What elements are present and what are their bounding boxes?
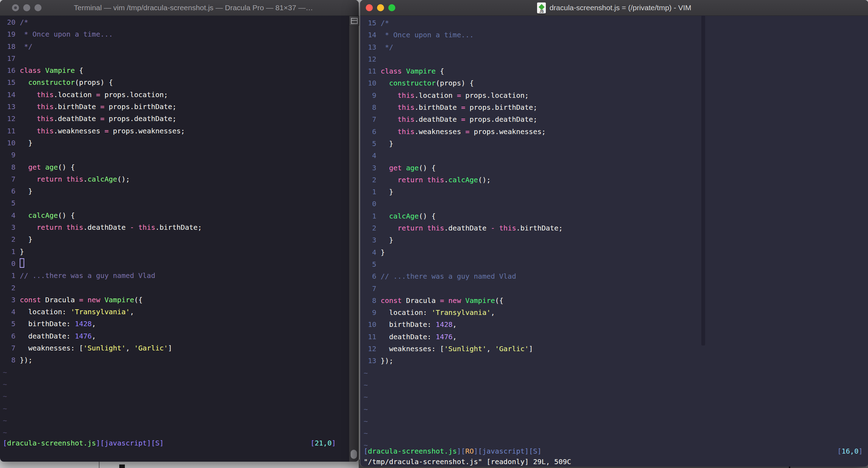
code-row[interactable]: 18 */: [3, 40, 202, 52]
code-row[interactable]: 6// ...there was a guy named Vlad: [364, 270, 563, 282]
code-row[interactable]: 8const Dracula = new Vampire({: [364, 295, 563, 306]
doc-icon-js-label: JS: [537, 10, 546, 13]
code-row[interactable]: 5: [364, 258, 563, 270]
code-row[interactable]: 5 }: [364, 138, 563, 150]
code-row[interactable]: 2: [3, 282, 202, 294]
zoom-button[interactable]: [34, 4, 42, 11]
scrollbar-thumb[interactable]: [351, 450, 357, 459]
code-row[interactable]: 8 get age() {: [3, 161, 202, 173]
code-row[interactable]: 1// ...there was a guy named Vlad: [3, 270, 202, 282]
line-number: 13: [364, 355, 376, 367]
code-row[interactable]: 3 get age() {: [364, 162, 563, 174]
code-row[interactable]: 10 birthDate: 1428,: [364, 318, 563, 330]
split-pane-button[interactable]: [349, 16, 359, 26]
tilde-row: ~: [364, 427, 563, 439]
code-row[interactable]: 12: [364, 53, 563, 65]
code-row[interactable]: 13 */: [364, 41, 563, 53]
macvim-scrollbar-thumb[interactable]: [701, 15, 705, 346]
code-row[interactable]: 8 this.birthDate = props.birthDate;: [364, 101, 563, 113]
code-row[interactable]: 0: [3, 258, 202, 270]
vim-diamond-icon: [538, 4, 544, 10]
code-row[interactable]: 3 }: [364, 234, 563, 246]
code-row[interactable]: 1}: [3, 246, 202, 258]
code-row[interactable]: 7 weaknesses: ['Sunlight', 'Garlic']: [3, 342, 202, 354]
line-number: 12: [364, 343, 376, 355]
terminal-scrollbar[interactable]: [349, 16, 359, 462]
macvim-buffer[interactable]: 15/*14 * Once upon a time...13 */1211cla…: [364, 17, 563, 451]
terminal-titlebar[interactable]: Terminal — vim /tmp/dracula-screenshot.j…: [0, 0, 359, 16]
statusline-file-info: [dracula-screenshot.js][RO][javascript][…: [364, 447, 542, 455]
titlebar-center: JS dracula-screenshot.js = (/private/tmp…: [360, 0, 868, 15]
code-row[interactable]: 13});: [364, 355, 563, 367]
macvim-statusline: [dracula-screenshot.js][RO][javascript][…: [364, 447, 863, 455]
code-row[interactable]: 20/*: [3, 16, 202, 28]
statusline-ruler: [21,0]: [311, 439, 336, 447]
window-title: dracula-screenshot.js = (/private/tmp) -…: [549, 0, 691, 15]
code-row[interactable]: 8});: [3, 354, 202, 366]
line-number: 19: [3, 28, 15, 40]
line-number: 8: [3, 161, 15, 173]
code-row[interactable]: 7 this.deathDate = props.deathDate;: [364, 113, 563, 125]
code-row[interactable]: 9 this.location = props.location;: [364, 89, 563, 101]
code-row[interactable]: 3 return this.deathDate - this.birthDate…: [3, 221, 202, 233]
tilde-row: ~: [3, 366, 202, 378]
code-row[interactable]: 5 birthDate: 1428,: [3, 318, 202, 330]
vim-cursor: [20, 258, 24, 268]
code-row[interactable]: 9: [3, 149, 202, 161]
tilde-row: ~: [364, 379, 563, 391]
code-row[interactable]: 2 return this.calcAge();: [364, 174, 563, 186]
line-number: 16: [3, 64, 15, 76]
code-row[interactable]: 1 }: [364, 186, 563, 198]
code-row[interactable]: 11 this.weaknesses = props.weaknesses;: [3, 125, 202, 137]
code-row[interactable]: 5: [3, 197, 202, 209]
code-row[interactable]: 3const Dracula = new Vampire({: [3, 294, 202, 306]
code-row[interactable]: 11class Vampire {: [364, 65, 563, 77]
code-row[interactable]: 14 * Once upon a time...: [364, 29, 563, 41]
line-number: 0: [3, 258, 15, 270]
code-row[interactable]: 2 }: [3, 233, 202, 245]
line-number: 6: [3, 330, 15, 342]
line-number: 6: [364, 270, 376, 282]
code-row[interactable]: 13 this.birthDate = props.birthDate;: [3, 101, 202, 113]
document-icon[interactable]: JS: [537, 2, 546, 13]
code-row[interactable]: 10 constructor(props) {: [364, 77, 563, 89]
minimize-button[interactable]: [23, 4, 30, 11]
code-row[interactable]: 4 location: 'Transylvania',: [3, 306, 202, 318]
code-row[interactable]: 15/*: [364, 17, 563, 29]
code-row[interactable]: 14 this.location = props.location;: [3, 89, 202, 101]
code-row[interactable]: 4}: [364, 246, 563, 258]
code-row[interactable]: 6 }: [3, 185, 202, 197]
code-row[interactable]: 19 * Once upon a time...: [3, 28, 202, 40]
line-number: 4: [364, 150, 376, 162]
code-row[interactable]: 11 deathDate: 1476,: [364, 331, 563, 343]
code-row[interactable]: 12 this.deathDate = props.deathDate;: [3, 113, 202, 125]
line-number: 6: [364, 126, 376, 138]
line-number: 1: [364, 210, 376, 222]
code-row[interactable]: 10 }: [3, 137, 202, 149]
code-row[interactable]: 6 deathDate: 1476,: [3, 330, 202, 342]
code-row[interactable]: 4 calcAge() {: [3, 209, 202, 221]
macvim-titlebar[interactable]: JS dracula-screenshot.js = (/private/tmp…: [360, 0, 868, 16]
terminal-vim-buffer[interactable]: 20/*19 * Once upon a time...18 */1716cla…: [3, 16, 202, 438]
line-number: 14: [3, 89, 15, 101]
background-window-content: [119, 464, 125, 468]
code-row[interactable]: 9 location: 'Transylvania',: [364, 306, 563, 318]
background-window-edge: [99, 461, 100, 468]
tilde-row: ~: [3, 403, 202, 415]
tilde-row: ~: [364, 403, 563, 415]
code-row[interactable]: 16class Vampire {: [3, 64, 202, 76]
code-row[interactable]: 0: [364, 198, 563, 210]
close-button[interactable]: [12, 4, 19, 11]
code-row[interactable]: 7 return this.calcAge();: [3, 173, 202, 185]
line-number: 8: [3, 354, 15, 366]
code-row[interactable]: 6 this.weaknesses = props.weaknesses;: [364, 126, 563, 138]
tilde-row: ~: [3, 426, 202, 438]
code-row[interactable]: 4: [364, 150, 563, 162]
code-row[interactable]: 12 weaknesses: ['Sunlight', 'Garlic']: [364, 343, 563, 355]
window-title: Terminal — vim /tmp/dracula-screenshot.j…: [42, 0, 345, 15]
code-row[interactable]: 15 constructor(props) {: [3, 76, 202, 88]
code-row[interactable]: 17: [3, 52, 202, 64]
code-row[interactable]: 7: [364, 283, 563, 295]
code-row[interactable]: 1 calcAge() {: [364, 210, 563, 222]
code-row[interactable]: 2 return this.deathDate - this.birthDate…: [364, 222, 563, 234]
